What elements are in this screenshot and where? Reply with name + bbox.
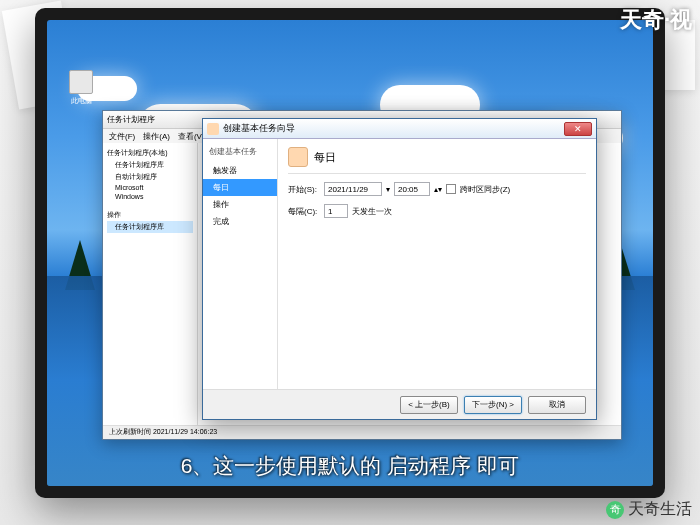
dialog-titlebar[interactable]: 创建基本任务向导 ✕ <box>203 119 596 139</box>
step-action[interactable]: 操作 <box>203 196 277 213</box>
recur-unit: 天发生一次 <box>352 206 392 217</box>
section-header: 操作 <box>107 209 193 221</box>
subtitle-caption: 6、这一步使用默认的 启动程序 即可 <box>47 452 653 480</box>
tree-panel: 任务计划程序(本地) 任务计划程序库 自动计划程序 Microsoft Wind… <box>103 143 198 425</box>
monitor-bezel: 此电脑 任务计划程序 文件(F) 操作(A) 查看(V) 帮助(H) 任务计划程… <box>35 8 665 498</box>
logo-icon: 奇 <box>606 501 624 519</box>
dialog-title: 创建基本任务向导 <box>223 122 295 135</box>
cancel-button[interactable]: 取消 <box>528 396 586 414</box>
watermark-bottom-text: 天奇生活 <box>628 499 692 520</box>
status-bar: 上次刷新时间 2021/11/29 14:06:23 <box>103 425 621 439</box>
menu-view[interactable]: 查看(V) <box>178 131 205 142</box>
next-button[interactable]: 下一步(N) > <box>464 396 522 414</box>
start-date-input[interactable] <box>324 182 382 196</box>
step-trigger[interactable]: 触发器 <box>203 162 277 179</box>
create-task-wizard-dialog: 创建基本任务向导 ✕ 创建基本任务 触发器 每日 操作 完成 每日 <box>202 118 597 420</box>
wizard-steps-panel: 创建基本任务 触发器 每日 操作 完成 <box>203 139 278 389</box>
tree-item[interactable]: 任务计划程序库 <box>107 159 193 171</box>
calendar-icon <box>288 147 308 167</box>
step-finish[interactable]: 完成 <box>203 213 277 230</box>
step-daily[interactable]: 每日 <box>203 179 277 196</box>
desktop-icon-label: 此电脑 <box>71 96 92 106</box>
desktop-icon-computer[interactable]: 此电脑 <box>65 70 97 106</box>
recur-label: 每隔(C): <box>288 206 320 217</box>
tree-item[interactable]: Microsoft <box>107 183 193 192</box>
menu-file[interactable]: 文件(F) <box>109 131 135 142</box>
watermark-bottom: 奇 天奇生活 <box>606 499 692 520</box>
tree-root[interactable]: 任务计划程序(本地) <box>107 147 193 159</box>
recur-interval-input[interactable] <box>324 204 348 218</box>
wizard-page-title: 每日 <box>314 150 336 165</box>
dialog-footer: < 上一步(B) 下一步(N) > 取消 <box>203 389 596 419</box>
screen: 此电脑 任务计划程序 文件(F) 操作(A) 查看(V) 帮助(H) 任务计划程… <box>47 20 653 486</box>
steps-header: 创建基本任务 <box>203 143 277 160</box>
close-button[interactable]: ✕ <box>564 122 592 136</box>
start-time-input[interactable] <box>394 182 430 196</box>
tree-item[interactable]: Windows <box>107 192 193 201</box>
sync-label: 跨时区同步(Z) <box>460 184 510 195</box>
start-label: 开始(S): <box>288 184 320 195</box>
sync-timezone-checkbox[interactable] <box>446 184 456 194</box>
window-title: 任务计划程序 <box>107 114 155 125</box>
wizard-icon <box>207 123 219 135</box>
back-button[interactable]: < 上一步(B) <box>400 396 458 414</box>
menu-action[interactable]: 操作(A) <box>143 131 170 142</box>
section-header: 任务计划程序库 <box>107 221 193 233</box>
tree-item[interactable]: 自动计划程序 <box>107 171 193 183</box>
computer-icon <box>69 70 93 94</box>
wizard-content: 每日 开始(S): ▾ ▴▾ 跨时区同步(Z) 每隔(C): 天 <box>278 139 596 389</box>
watermark-top: 天奇·视 <box>620 5 692 35</box>
